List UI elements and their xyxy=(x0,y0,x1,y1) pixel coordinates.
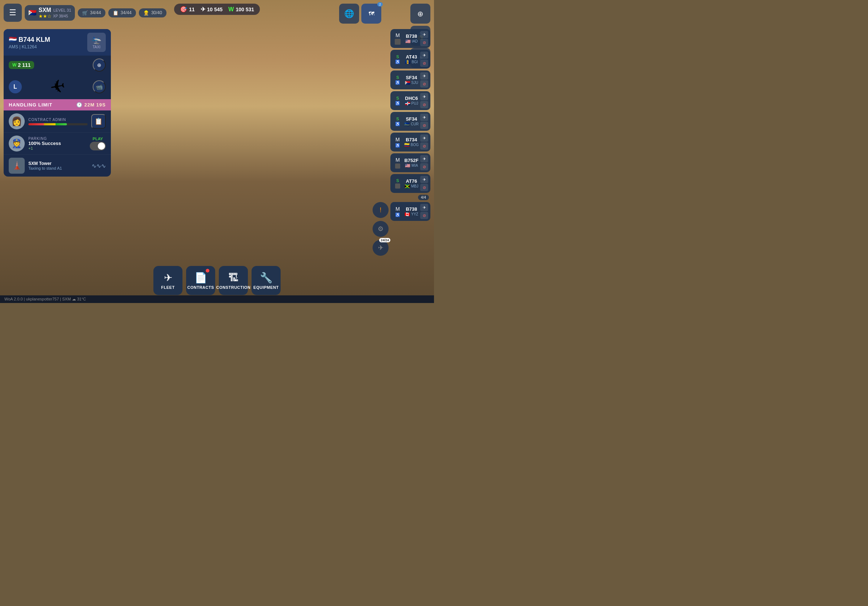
sc-m-icon: M xyxy=(395,32,400,38)
equipment-nav-button[interactable]: 🔧 EQUIPMENT xyxy=(251,266,281,295)
sidebar-card-b738-iad[interactable]: M B738 🇺🇸 IAD ✈ ⊘ xyxy=(391,29,430,48)
sc-cancel-action-dhc6[interactable]: ⊘ xyxy=(420,101,428,108)
sidebar-card-sf34-sju[interactable]: S ♿ SF34 🇸🇽 SJU ✈ ⊘ xyxy=(391,71,430,90)
sc-wheel-icon-sf34-cur: ♿ xyxy=(395,122,400,127)
sc-left-at76: S xyxy=(392,178,403,189)
profile-flag-icon: 🇸🇽 xyxy=(28,9,36,17)
sc-s-icon-dhc6: S xyxy=(396,96,399,100)
sc-cancel-action-b738-yyz[interactable]: ⊘ xyxy=(420,212,428,219)
resource-bar: 🎯 11 ✈ 10 545 W 100 531 xyxy=(174,4,260,15)
layers-button[interactable]: 🗺 2 xyxy=(361,4,381,24)
planes-resource: 🎯 11 xyxy=(180,6,195,13)
sc-actions-at43: ✈ ⊘ xyxy=(420,52,428,67)
equipment-label: EQUIPMENT xyxy=(253,285,279,289)
sc-service-icon xyxy=(395,39,401,45)
sc-left-b752f: M xyxy=(392,157,403,169)
clipboard-button[interactable]: 📋 34/44 xyxy=(108,8,136,17)
sc-plane-action-b738-yyz[interactable]: ✈ xyxy=(420,204,428,211)
contracts-nav-button[interactable]: 📄 CONTRACTS xyxy=(186,266,215,295)
focus-button[interactable]: ⊕ xyxy=(93,59,106,71)
sc-dest-sju: SJU xyxy=(411,80,418,85)
sc-plane-action-sf34-cur[interactable]: ✈ xyxy=(420,114,428,121)
flights-icon: ✈ xyxy=(201,6,205,13)
parking-person-icon: 👮 xyxy=(11,138,22,148)
play-label: PLAY xyxy=(93,137,103,141)
contract-admin-button[interactable]: 📋 xyxy=(91,114,106,128)
worker-button[interactable]: 👷 30/40 xyxy=(139,8,166,17)
sidebar-card-at76-mbj[interactable]: S AT76 🇯🇲 MBJ ✈ ⊘ xyxy=(391,174,430,193)
sc-info-sf34-sju: SF34 🇸🇽 SJU xyxy=(404,75,419,85)
target-icon: 🎯 xyxy=(180,6,187,13)
flight-subtitle: AMS | KL1264 xyxy=(9,44,50,49)
worker-count: 30/40 xyxy=(151,10,162,15)
play-toggle[interactable] xyxy=(90,142,106,150)
sc-plane-action-sf34-sju[interactable]: ✈ xyxy=(420,72,428,80)
sc-flag-mia: 🇺🇸 xyxy=(405,163,411,168)
profile-xp: XP 38/45 xyxy=(53,14,68,18)
construction-nav-button[interactable]: 🏗 CONSTRUCTION xyxy=(219,266,248,295)
fleet-label: FLEET xyxy=(161,285,175,289)
sidebar-card-b734-bog[interactable]: M ♿ B734 🇨🇴 BOG ✈ ⊘ xyxy=(391,133,430,152)
sc-left-sf34-sju: S ♿ xyxy=(392,75,403,85)
cam-button[interactable]: 📹 xyxy=(93,80,106,93)
sc-actions-b734: ✈ ⊘ xyxy=(420,134,428,150)
camera-button[interactable]: ⊕ xyxy=(411,4,430,24)
globe-button[interactable]: 🌐 xyxy=(339,4,359,24)
sc-plane-action-b738[interactable]: ✈ xyxy=(420,31,428,38)
sc-cancel-action-at43[interactable]: ⊘ xyxy=(420,60,428,67)
settings-counter-wrap: ⚙ xyxy=(373,221,389,237)
construction-icon: 🏗 xyxy=(228,272,239,284)
sidebar-card-b738-yyz[interactable]: M ♿ B738 🇨🇦 YYZ ✈ ⊘ xyxy=(391,202,430,221)
layers-badge: 2 xyxy=(377,2,383,6)
flight-card: 🇳🇱 B744 KLM AMS | KL1264 🛬 TAXI W 2 111 … xyxy=(4,29,111,176)
play-toggle-knob xyxy=(98,142,105,150)
sc-cancel-action-b752f[interactable]: ⊘ xyxy=(420,163,428,170)
handling-timer: 🕐 22m 19s xyxy=(76,102,106,108)
sidebar-card-at43-bgi[interactable]: S ♿ AT43 🇧🇧 BGI ✈ ⊘ xyxy=(391,50,430,69)
flight-header: 🇳🇱 B744 KLM AMS | KL1264 🛬 TAXI xyxy=(4,29,111,56)
sc-service-icon-b752f xyxy=(395,164,400,169)
menu-button[interactable]: ☰ xyxy=(4,4,22,22)
sc-plane-action-b734[interactable]: ✈ xyxy=(420,134,428,142)
sidebar-card-sf34-cur[interactable]: S ♿ SF34 🇨🇼 CUR ✈ ⊘ xyxy=(391,112,430,131)
sidebar-card-b752f-mia[interactable]: M B752F 🇺🇸 MIA ✈ ⊘ xyxy=(391,153,430,172)
sc-cancel-action-b734[interactable]: ⊘ xyxy=(420,142,428,150)
contract-admin-row: 👩 Contract admin 📋 xyxy=(4,110,111,133)
status-text: WoA 2.0.0 | ukplanespotter757 | SXM ☁ 31… xyxy=(5,297,86,301)
contract-admin-icon: 📋 xyxy=(95,117,102,125)
sc-cancel-action-b738[interactable]: ⊘ xyxy=(420,39,428,46)
tower-name: SXM Tower xyxy=(28,161,88,166)
settings-counter-button[interactable]: ⚙ xyxy=(373,221,389,237)
sc-cancel-action-sf34-sju[interactable]: ⊘ xyxy=(420,80,428,88)
sc-wheel-icon-b738-yyz: ♿ xyxy=(395,213,400,217)
sc-model-at43: AT43 xyxy=(406,54,417,60)
sc-wheel-icon-b734: ♿ xyxy=(395,143,400,148)
flight-number: KL1264 xyxy=(22,44,37,49)
cam-icon: 📹 xyxy=(96,83,103,90)
sc-plane-action-dhc6[interactable]: ✈ xyxy=(420,93,428,100)
sc-plane-action-at76[interactable]: ✈ xyxy=(420,176,428,183)
planes-count: 11 xyxy=(189,6,195,12)
sc-info-at43: AT43 🇧🇧 BGI xyxy=(404,54,419,65)
sc-left-b734: M ♿ xyxy=(392,137,403,148)
cart-button[interactable]: 🛒 34/44 xyxy=(78,8,105,17)
profile-badge[interactable]: 🇸🇽 SXM LEVEL 31 ★★☆ XP 38/45 xyxy=(25,5,75,21)
alert-counter-button[interactable]: ! xyxy=(373,202,389,218)
handling-limit-label: HANDLING LIMIT xyxy=(9,102,52,108)
focus-icon: ⊕ xyxy=(97,62,101,68)
sc-flag-mbj: 🇯🇲 xyxy=(405,184,410,189)
wallet-icon: W xyxy=(228,6,234,13)
sc-plane-action-b752f[interactable]: ✈ xyxy=(420,155,428,162)
sc-flag-cur: 🇨🇼 xyxy=(404,122,410,127)
sc-info-at76: AT76 🇯🇲 MBJ xyxy=(404,178,419,189)
parking-xp: +1 xyxy=(28,146,86,150)
fleet-nav-button[interactable]: ✈ FLEET xyxy=(153,266,183,295)
pagination-label-4-4: 4/4 xyxy=(418,195,429,200)
hamburger-icon: ☰ xyxy=(9,9,16,17)
contract-admin-avatar: 👩 xyxy=(9,113,25,129)
sidebar-card-dhc6-puj[interactable]: S ♿ DHC6 🇩🇴 PUJ ✈ ⊘ xyxy=(391,91,430,110)
sc-actions-at76: ✈ ⊘ xyxy=(420,176,428,191)
sc-cancel-action-at76[interactable]: ⊘ xyxy=(420,184,428,191)
sc-plane-action-at43[interactable]: ✈ xyxy=(420,52,428,59)
sc-cancel-action-sf34-cur[interactable]: ⊘ xyxy=(420,122,428,129)
